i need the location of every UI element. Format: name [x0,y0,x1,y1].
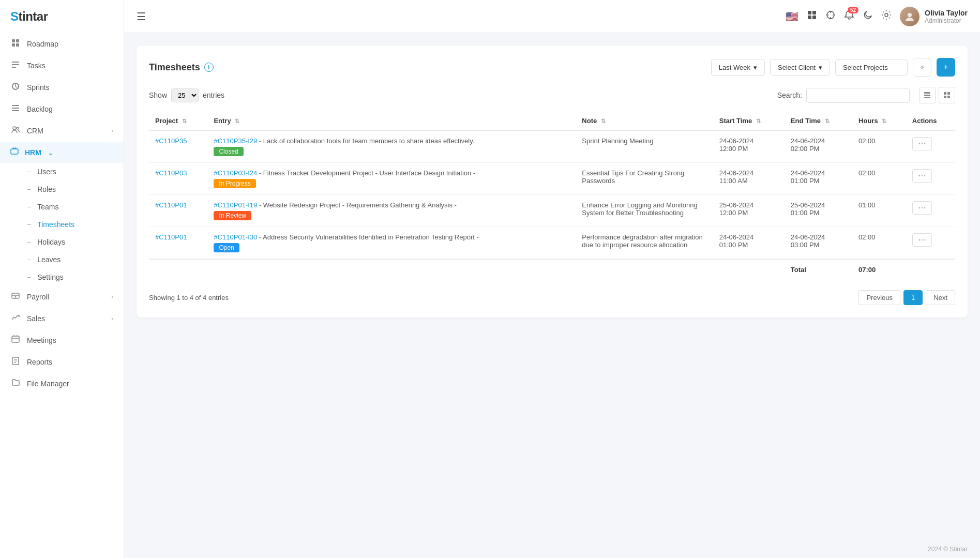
project-link-2[interactable]: #C110P01 [155,201,187,209]
col-hours[interactable]: Hours ⇅ [852,112,906,130]
sidebar-item-sales[interactable]: Sales › [0,308,124,329]
sidebar-item-file-manager[interactable]: File Manager [0,373,124,395]
sidebar-item-sprints[interactable]: Sprints [0,77,124,98]
project-sort-icon: ⇅ [182,118,187,124]
end-time-sort-icon: ⇅ [825,118,830,124]
sidebar-item-teams[interactable]: Teams [0,198,124,216]
entry-id-link-0[interactable]: #C110P35-I29 [214,137,257,145]
page-1-button[interactable]: 1 [903,290,923,305]
grid-view-btn[interactable] [939,87,955,103]
svg-point-28 [908,13,912,17]
table-view-button[interactable] [919,87,936,103]
last-week-chevron: ▾ [753,64,757,71]
next-button[interactable]: Next [926,290,955,305]
grid-view-button[interactable] [807,10,817,23]
entry-desc-0: - Lack of collaboration tools for team m… [259,137,474,145]
project-link-3[interactable]: #C110P01 [155,233,187,241]
sidebar: Stintar Roadmap Tasks Sprints [0,0,124,558]
cell-end-0: 24-06-202402:00 PM [785,130,852,163]
svg-rect-16 [12,336,19,342]
sidebar-item-crm-label: CRM [27,127,43,135]
sales-icon [10,313,21,324]
row-action-button-0[interactable]: ⋯ [912,137,932,150]
previous-button[interactable]: Previous [858,290,900,305]
sidebar-item-holidays-label: Holidays [37,238,65,246]
sidebar-item-users-label: Users [37,168,56,176]
svg-rect-5 [12,64,19,65]
last-week-filter[interactable]: Last Week ▾ [711,59,765,76]
sidebar-item-backlog[interactable]: Backlog [0,98,124,120]
svg-point-27 [885,13,888,17]
svg-point-11 [13,127,16,130]
add-timesheet-button[interactable]: + [937,58,955,77]
sidebar-item-hrm[interactable]: HRM ⌄ [0,142,124,163]
row-action-button-3[interactable]: ⋯ [912,233,932,247]
cell-project-2: #C110P01 [149,195,207,227]
cell-hours-3: 02:00 [852,227,906,260]
sidebar-item-tasks[interactable]: Tasks [0,55,124,77]
sidebar-item-users[interactable]: Users [0,163,124,180]
crosshair-button[interactable] [825,10,836,23]
sidebar-item-roadmap[interactable]: Roadmap [0,33,124,55]
select-projects-filter[interactable]: Select Projects [835,59,908,76]
hamburger-button[interactable]: ☰ [137,10,146,23]
info-icon[interactable]: i [204,63,214,72]
sidebar-item-meetings[interactable]: Meetings [0,329,124,351]
cell-note-1: Essential Tips For Creating Strong Passw… [576,163,713,195]
sidebar-item-timesheets[interactable]: Timesheets [0,216,124,233]
total-spacer [149,259,785,280]
select-client-filter[interactable]: Select Client ▾ [770,59,830,76]
dark-mode-toggle[interactable] [863,10,873,23]
col-note[interactable]: Note ⇅ [576,112,713,130]
entry-status-badge-3: Open [214,243,239,252]
row-action-button-2[interactable]: ⋯ [912,201,932,215]
logo-text: Stintar [10,9,48,24]
entry-id-link-2[interactable]: #C110P01-I19 [214,201,257,209]
crm-arrow-icon: › [111,127,113,134]
view-toggle-buttons [919,87,955,103]
table-controls: Show 25 10 50 entries Search: [149,87,955,103]
cell-actions-2: ⋯ [906,195,955,227]
settings-button[interactable] [881,10,892,23]
project-link-0[interactable]: #C110P35 [155,137,187,145]
avatar [900,7,919,26]
sidebar-item-payroll[interactable]: Payroll › [0,286,124,308]
total-label: Total [785,259,852,280]
timesheets-card: Timesheets i Last Week ▾ Select Client ▾… [137,46,968,318]
sidebar-item-roles[interactable]: Roles [0,180,124,198]
sidebar-item-roles-label: Roles [37,185,56,193]
sidebar-item-holidays[interactable]: Holidays [0,233,124,251]
svg-rect-8 [12,105,19,106]
svg-point-12 [17,127,19,129]
col-entry[interactable]: Entry ⇅ [207,112,576,130]
row-action-button-1[interactable]: ⋯ [912,169,932,183]
entry-status-badge-1: In Progress [214,179,255,188]
svg-rect-33 [944,92,946,95]
last-week-label: Last Week [719,64,750,71]
entry-id-link-3[interactable]: #C110P01-I30 [214,233,257,241]
roadmap-icon [10,39,21,49]
entry-id-link-1[interactable]: #C110P03-I24 [214,169,257,177]
col-start-time[interactable]: Start Time ⇅ [713,112,785,130]
sidebar-item-payroll-label: Payroll [27,293,49,301]
search-input[interactable] [806,88,910,103]
col-project[interactable]: Project ⇅ [149,112,207,130]
cell-note-0: Sprint Planning Meeting [576,130,713,163]
col-end-time[interactable]: End Time ⇅ [785,112,852,130]
entries-per-page-select[interactable]: 25 10 50 [171,88,199,102]
notification-bell[interactable]: 52 [844,10,854,23]
pagination: Previous 1 Next [858,290,955,305]
search-box: Search: [777,88,910,103]
svg-rect-31 [924,95,930,96]
sidebar-item-settings[interactable]: Settings [0,268,124,286]
clock-button[interactable] [913,58,931,77]
table-row: #C110P03 #C110P03-I24 - Fitness Tracker … [149,163,955,195]
project-link-1[interactable]: #C110P03 [155,169,187,177]
entry-desc-1: - Fitness Tracker Development Project - … [259,169,475,177]
sidebar-item-leaves[interactable]: Leaves [0,251,124,268]
user-profile[interactable]: Olivia Taylor Administrator [900,7,968,26]
sidebar-item-reports[interactable]: Reports [0,351,124,373]
header-filters: Last Week ▾ Select Client ▾ Select Proje… [711,58,955,77]
sidebar-item-crm[interactable]: CRM › [0,120,124,142]
language-flag[interactable]: 🇺🇸 [786,10,798,23]
